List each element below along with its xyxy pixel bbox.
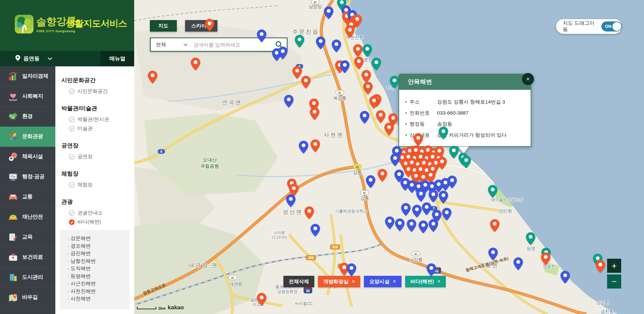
sidebar-item-재난안전[interactable]: 재난안전 xyxy=(0,207,55,227)
sidebar-item-바우길[interactable]: 바우길 xyxy=(0,288,55,308)
blue-marker-pin[interactable] xyxy=(346,263,357,276)
blue-marker-pin[interactable] xyxy=(390,153,400,167)
blue-marker-pin[interactable] xyxy=(316,36,326,50)
blue-marker-pin[interactable] xyxy=(407,219,417,232)
close-icon[interactable]: × xyxy=(393,278,396,285)
panel-checkbox-미술관[interactable]: 미술관 xyxy=(69,125,134,132)
teal-marker-pin[interactable] xyxy=(488,185,498,198)
teal-marker-pin[interactable] xyxy=(294,35,305,48)
filter-chip-요양시설[interactable]: 요양시설× xyxy=(364,276,401,287)
teal-marker-pin[interactable] xyxy=(389,75,399,89)
teal-marker-pin[interactable] xyxy=(362,44,372,57)
teal-marker-pin[interactable] xyxy=(461,155,471,169)
filter-chip-바다(해변)[interactable]: 바다(해변)× xyxy=(405,276,446,287)
sidebar-item-환경[interactable]: 환경 xyxy=(0,107,55,127)
red-marker-pin[interactable] xyxy=(257,293,267,306)
beach-list-item[interactable]: 강문해변 xyxy=(67,235,129,242)
beach-list-item[interactable]: 사천진해변 xyxy=(67,288,129,295)
blue-marker-pin[interactable] xyxy=(412,204,422,218)
blue-marker-pin[interactable] xyxy=(438,190,448,204)
blue-marker-pin[interactable] xyxy=(488,247,498,261)
sidebar-item-보건의료[interactable]: 보건의료 xyxy=(0,247,55,267)
zoom-out-button[interactable]: − xyxy=(607,274,621,289)
pine-city-logo[interactable] xyxy=(15,15,34,34)
search-category-select[interactable]: 전체 xyxy=(156,42,166,48)
beach-list-item[interactable]: 남항진해변 xyxy=(67,257,129,265)
blue-marker-pin[interactable] xyxy=(401,203,411,216)
teal-marker-pin[interactable] xyxy=(449,145,459,159)
blue-marker-pin[interactable] xyxy=(324,6,334,19)
red-marker-pin[interactable] xyxy=(304,206,314,219)
beach-list-item[interactable]: 등명해변 xyxy=(67,272,129,280)
beach-list-item[interactable]: 사천해변 xyxy=(67,295,129,303)
blue-marker-pin[interactable] xyxy=(366,175,376,188)
search-input[interactable] xyxy=(194,42,271,48)
red-marker-pin[interactable] xyxy=(437,156,447,170)
filter-chip-전체삭제[interactable]: 전체삭제 xyxy=(283,276,314,287)
zoom-in-button[interactable]: + xyxy=(607,259,621,273)
blue-marker-pin[interactable] xyxy=(422,202,432,215)
panel-checkbox-체험장[interactable]: 체험장 xyxy=(69,182,134,188)
red-marker-pin[interactable] xyxy=(345,25,355,38)
blue-marker-pin[interactable] xyxy=(395,218,405,232)
panel-checkbox-시민문화공간[interactable]: 시민문화공간 xyxy=(69,88,134,95)
sidebar-item-행정·공공[interactable]: 행정·공공 xyxy=(0,167,55,187)
beach-list-item[interactable]: 경포해변 xyxy=(67,242,129,250)
red-marker-pin[interactable] xyxy=(541,252,551,265)
blue-marker-pin[interactable] xyxy=(340,60,350,73)
sidebar-item-문화관광[interactable]: 문화관광 xyxy=(0,127,55,147)
beach-list-item[interactable]: 도직해변 xyxy=(67,265,129,272)
panel-checkbox-박물관/전시관[interactable]: 박물관/전시관 xyxy=(69,116,134,123)
close-icon[interactable]: × xyxy=(437,278,440,285)
teal-marker-pin[interactable] xyxy=(438,126,448,140)
red-marker-pin[interactable] xyxy=(413,133,423,146)
red-marker-pin[interactable] xyxy=(205,18,215,32)
red-marker-pin[interactable] xyxy=(354,56,364,70)
red-marker-pin[interactable] xyxy=(148,70,158,84)
red-marker-pin[interactable] xyxy=(376,110,386,123)
red-marker-pin[interactable] xyxy=(490,219,500,232)
chevron-down-icon[interactable] xyxy=(48,56,52,62)
sidebar-item-교육[interactable]: 교육 xyxy=(0,227,55,247)
close-icon[interactable]: × xyxy=(522,73,534,85)
blue-marker-pin[interactable] xyxy=(257,29,267,43)
beach-list-item[interactable]: 금진해변 xyxy=(67,250,129,257)
manual-button[interactable]: 매뉴얼 xyxy=(101,51,134,66)
red-marker-pin[interactable] xyxy=(353,44,363,57)
blue-marker-pin[interactable] xyxy=(416,189,426,202)
red-marker-pin[interactable] xyxy=(310,107,320,120)
teal-marker-pin[interactable] xyxy=(526,232,536,245)
blue-marker-pin[interactable] xyxy=(426,263,436,276)
blue-marker-pin[interactable] xyxy=(418,220,428,234)
blue-marker-pin[interactable] xyxy=(360,111,370,124)
blue-marker-pin[interactable] xyxy=(310,224,320,237)
blue-marker-pin[interactable] xyxy=(284,95,294,108)
blue-marker-pin[interactable] xyxy=(428,219,438,232)
red-marker-pin[interactable] xyxy=(363,81,373,95)
sidebar-item-사회복지[interactable]: 사회복지 xyxy=(0,86,55,107)
blue-marker-pin[interactable] xyxy=(428,189,438,203)
chevron-down-icon[interactable] xyxy=(183,42,187,48)
blue-marker-pin[interactable] xyxy=(560,270,570,284)
blue-marker-pin[interactable] xyxy=(286,194,296,207)
red-marker-pin[interactable] xyxy=(377,169,387,182)
red-marker-pin[interactable] xyxy=(301,75,311,89)
beach-list-item[interactable]: 사근진해변 xyxy=(67,280,129,288)
blue-marker-pin[interactable] xyxy=(331,39,341,53)
blue-marker-pin[interactable] xyxy=(278,46,288,60)
blue-marker-pin[interactable] xyxy=(385,216,395,230)
red-marker-pin[interactable] xyxy=(384,122,394,136)
red-marker-pin[interactable] xyxy=(310,139,320,152)
blue-marker-pin[interactable] xyxy=(442,207,452,221)
sidebar-item-도시관리[interactable]: 도시관리 xyxy=(0,267,55,288)
sidebar-item-교통[interactable]: 교통 xyxy=(0,187,55,207)
region-selector-label[interactable]: 읍면동 xyxy=(23,55,40,62)
panel-checkbox-공연장[interactable]: 공연장 xyxy=(69,153,134,160)
tab-map[interactable]: 지도 xyxy=(150,20,177,32)
drag-toggle-switch[interactable]: ON xyxy=(601,21,622,32)
sidebar-item-일자리경제[interactable]: 일자리경제 xyxy=(0,66,55,86)
filter-chip-개방화장실[interactable]: 개방화장실× xyxy=(318,276,360,287)
close-icon[interactable]: × xyxy=(352,278,355,285)
panel-checkbox-관광안내소[interactable]: 관광안내소 xyxy=(69,210,134,216)
red-marker-pin[interactable] xyxy=(595,260,605,273)
